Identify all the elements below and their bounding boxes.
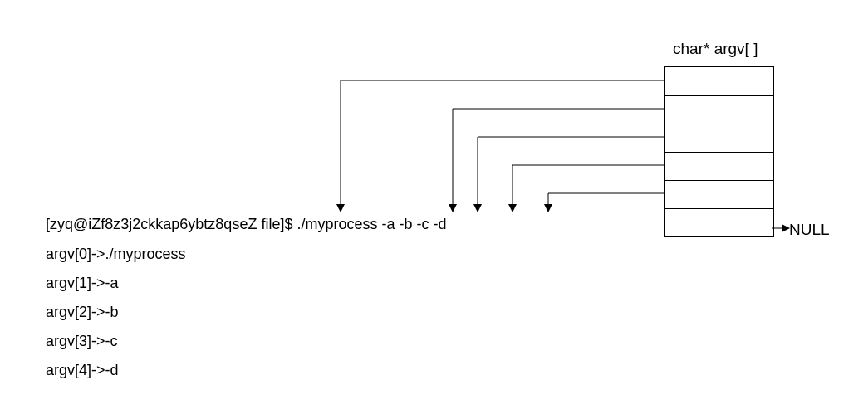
- arrow-argv3: [512, 165, 664, 209]
- argv-cell-2: [665, 124, 773, 152]
- arrow-argv2: [478, 137, 664, 209]
- diagram-canvas: char* argv[ ] NULL [zyq@iZf8z3j2ckkap6yb…: [0, 0, 868, 419]
- argv-line-1: argv[1]->-a: [46, 274, 119, 293]
- arrow-argv0: [341, 80, 664, 209]
- argv-line-3: argv[3]->-c: [46, 332, 118, 351]
- argv-cell-3: [665, 152, 773, 180]
- argv-cell-0: [665, 67, 773, 95]
- argv-line-2: argv[2]->-b: [46, 303, 119, 322]
- arrow-argv1: [453, 109, 664, 209]
- argv-cell-1: [665, 95, 773, 124]
- argv-line-4: argv[4]->-d: [46, 361, 119, 380]
- argv-array-title: char* argv[ ]: [673, 40, 758, 58]
- argv-cell-5: [665, 208, 773, 236]
- argv-array-box: [664, 66, 774, 237]
- command-line-text: [zyq@iZf8z3j2ckkap6ybtz8qseZ file]$ ./my…: [46, 215, 446, 234]
- arrow-argv4: [548, 193, 664, 209]
- argv-line-0: argv[0]->./myprocess: [46, 245, 186, 264]
- argv-cell-4: [665, 180, 773, 208]
- null-label: NULL: [789, 221, 830, 239]
